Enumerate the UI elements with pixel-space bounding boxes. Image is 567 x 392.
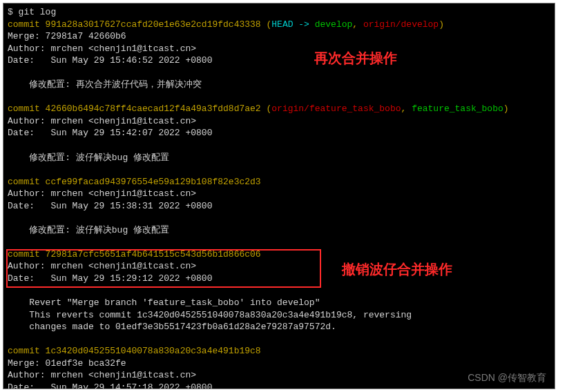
blank-line (8, 212, 550, 224)
author-line: Author: mrchen <chenjin1@itcast.cn> (8, 369, 550, 382)
head-arrow: HEAD -> (271, 19, 314, 30)
commit-label: commit (8, 104, 46, 114)
branch-develop: develop (315, 19, 353, 30)
local-feature: feature_task_bobo (412, 104, 503, 114)
remote-develop: origin/develop (363, 19, 439, 30)
command-line: $ git log (8, 6, 550, 19)
commit-message: 修改配置: 波仔解决bug 修改配置 (8, 152, 550, 164)
commit-message: Revert "Merge branch 'feature_task_bobo'… (8, 297, 550, 309)
merge-line: Merge: 72981a7 42660b6 (8, 30, 550, 43)
date-line: Date: Sun May 29 15:29:12 2022 +0800 (8, 273, 550, 285)
blank-line (8, 67, 550, 79)
blank-line (8, 285, 550, 297)
author-line: Author: mrchen <chenjin1@itcast.cn> (8, 43, 550, 55)
terminal-window[interactable]: $ git log commit 991a28a3017627ccafd20e1… (3, 3, 555, 389)
date-line: Date: Sun May 29 14:57:18 2022 +0800 (8, 382, 550, 389)
refs-comma: , (401, 104, 412, 114)
commit-line: commit 42660b6494c78ff4caecad12f4a49a3fd… (8, 103, 550, 115)
commit-label: commit (8, 249, 46, 259)
commit-message: changes made to 01edf3e3b5517423fb0a61d2… (8, 321, 550, 333)
blank-line (8, 333, 550, 346)
shell-prompt: $ (8, 7, 19, 17)
refs-close: ) (503, 104, 509, 114)
author-line: Author: mrchen <chenjin1@itcast.cn> (8, 115, 550, 128)
date-line: Date: Sun May 29 15:42:07 2022 +0800 (8, 127, 550, 139)
commit-hash: ccfe99facad943976554e59a129b108f82e3c2d3 (46, 177, 261, 187)
git-command: git log (19, 7, 57, 17)
date-line: Date: Sun May 29 15:38:31 2022 +0800 (8, 200, 550, 213)
refs-comma: , (352, 19, 363, 30)
merge-line: Merge: 01edf3e bca32fe (8, 357, 550, 370)
commit-label: commit (8, 177, 46, 187)
remote-feature: origin/feature_task_bobo (271, 104, 401, 114)
blank-line (8, 236, 550, 248)
blank-line (8, 139, 550, 152)
blank-line (8, 91, 550, 104)
blank-line (8, 164, 550, 176)
commit-hash: 1c3420d0452551040078a830a20c3a4e491b19c8 (46, 346, 261, 356)
commit-line: commit ccfe99facad943976554e59a129b108f8… (8, 176, 550, 188)
date-line: Date: Sun May 29 15:46:52 2022 +0800 (8, 55, 550, 67)
commit-line: commit 991a28a3017627ccafd20e1e63e2cd19f… (8, 19, 550, 31)
commit-label: commit (8, 19, 46, 30)
commit-label: commit (8, 346, 46, 356)
commit-line: commit 1c3420d0452551040078a830a20c3a4e4… (8, 345, 550, 357)
commit-line: commit 72981a7cfc5651af4b641515c543d56b1… (8, 248, 550, 261)
commit-hash: 42660b6494c78ff4caecad12f4a49a3fdd8d7ae2 (46, 104, 261, 114)
commit-message: 修改配置: 再次合并波仔代码，并解决冲突 (8, 79, 550, 91)
author-line: Author: mrchen <chenjin1@itcast.cn> (8, 260, 550, 273)
refs-close: ) (439, 19, 444, 30)
commit-hash: 991a28a3017627ccafd20e1e63e2cd19fdc43338 (46, 19, 261, 30)
commit-hash: 72981a7cfc5651af4b641515c543d56b1d866c06 (46, 249, 261, 259)
commit-message: This reverts commit 1c3420d0452551040078… (8, 309, 550, 322)
refs-open: ( (261, 104, 272, 114)
author-line: Author: mrchen <chenjin1@itcast.cn> (8, 188, 550, 200)
commit-message: 修改配置: 波仔解决bug 修改配置 (8, 224, 550, 237)
refs-open: ( (261, 19, 272, 30)
